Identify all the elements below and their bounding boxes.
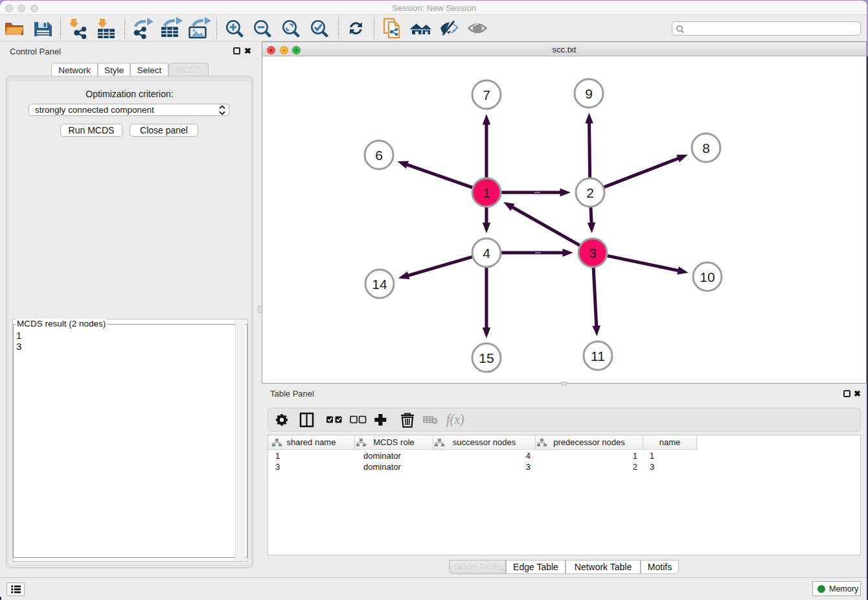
svg-text:7: 7 (483, 87, 490, 102)
svg-text:1: 1 (483, 185, 490, 200)
svg-text:9: 9 (585, 86, 593, 101)
svg-text:4: 4 (483, 246, 490, 260)
svg-text:8: 8 (702, 141, 710, 156)
svg-text:6: 6 (375, 148, 383, 163)
svg-text:10: 10 (700, 270, 714, 284)
svg-text:15: 15 (479, 351, 494, 365)
svg-text:14: 14 (372, 277, 387, 292)
svg-text:3: 3 (589, 246, 597, 260)
svg-text:2: 2 (586, 185, 594, 200)
svg-text:f(x): f(x) (446, 412, 464, 427)
svg-text:11: 11 (591, 349, 605, 363)
